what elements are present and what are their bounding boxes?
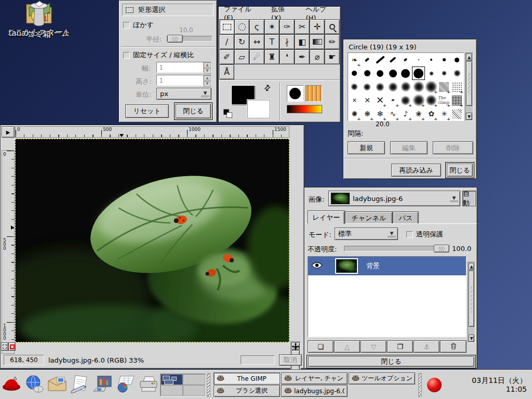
anchor-layer-button[interactable]: ⚓ (414, 340, 440, 353)
active-pattern-preview[interactable] (305, 85, 322, 102)
email-button[interactable] (46, 373, 69, 397)
mode-combo[interactable]: 標準 ▼ (335, 228, 398, 240)
brush-scrollbar[interactable]: ▲ ▼ (465, 52, 473, 121)
presentation-button[interactable] (91, 373, 114, 397)
brush-item[interactable] (438, 53, 451, 66)
brush-item[interactable] (400, 66, 413, 80)
lower-layer-button[interactable]: ▽ (361, 340, 387, 353)
default-colors-icon-bg[interactable] (227, 112, 232, 118)
brush-item[interactable]: The Gimp (438, 94, 451, 107)
brush-item[interactable] (400, 80, 413, 94)
scissors-tool[interactable]: ✂ (295, 19, 310, 34)
brush-item[interactable] (387, 80, 400, 94)
brush-item[interactable]: ♪ (400, 107, 413, 121)
taskbar-window--[interactable]: レイヤー, チャン (281, 373, 348, 384)
brush-item[interactable]: ✕ (361, 94, 374, 107)
bezier-select-tool[interactable]: ✑ (280, 19, 295, 34)
color-picker-tool[interactable]: ∤ (280, 34, 295, 49)
brush-item[interactable]: ✻ (374, 107, 387, 121)
tab-paths[interactable]: パス (393, 211, 419, 224)
swap-colors-icon[interactable]: ⇄ (261, 82, 273, 94)
taskbar-window--[interactable]: ツールオプション (349, 373, 415, 384)
panel-handle[interactable] (418, 373, 422, 397)
brush-item[interactable] (374, 80, 387, 94)
unit-combo[interactable]: px ▼ (156, 88, 211, 100)
alert-applet-icon[interactable] (427, 378, 442, 392)
workspace-3[interactable] (161, 385, 183, 396)
brush-item[interactable] (400, 53, 413, 66)
quickmask-on-button[interactable] (8, 342, 16, 351)
brush-item[interactable] (425, 94, 438, 107)
brush-item[interactable] (361, 53, 374, 66)
measure-tool[interactable]: Å (219, 64, 234, 79)
workspace-1[interactable] (161, 374, 183, 385)
fixed-size-checkbox-box[interactable] (123, 52, 130, 59)
brush-item[interactable] (374, 53, 387, 66)
radius-slider[interactable] (167, 36, 212, 42)
brush-item[interactable]: ❋ (361, 107, 374, 121)
tool-options-close-button[interactable]: 閉じる (176, 104, 211, 118)
reset-button[interactable]: リセット (125, 104, 169, 118)
brush-item[interactable]: ✳ (438, 107, 451, 121)
navigation-button[interactable] (290, 342, 301, 351)
transform-tool[interactable]: ↻ (234, 34, 249, 49)
smudge-tool[interactable]: ☛ (325, 49, 340, 64)
brush-item[interactable] (387, 66, 400, 80)
brush-close-button[interactable]: 閉じる (447, 164, 473, 177)
rect-select-tool[interactable] (219, 19, 234, 34)
scroll-down-icon[interactable]: ▼ (466, 113, 472, 120)
brush-item[interactable]: ✕ (374, 94, 387, 107)
brush-circle-19-[interactable] (412, 66, 425, 80)
brush-edit-button[interactable]: 編集 (390, 141, 428, 154)
opacity-slider-thumb[interactable] (434, 245, 449, 252)
tab-layers[interactable]: レイヤー (308, 210, 345, 224)
taskbar-window-ladybugs-jpg-6-0[interactable]: ladybugs.jpg-6.0 (281, 385, 348, 397)
active-gradient-preview[interactable] (287, 105, 322, 113)
image-canvas[interactable] (15, 139, 289, 342)
workspace-pager[interactable] (160, 374, 206, 396)
fuzzy-select-tool[interactable]: ✶ (264, 19, 280, 34)
auto-toggle-button[interactable]: 自動 (462, 191, 476, 206)
brush-item[interactable]: ✺ (348, 107, 361, 121)
brush-item[interactable] (450, 94, 463, 107)
brush-item[interactable] (425, 80, 438, 94)
height-field[interactable]: 1 ▲▼ (156, 75, 211, 86)
taskbar-window-the-gimp[interactable]: The GIMP (214, 373, 280, 384)
brush-item[interactable] (387, 53, 400, 66)
clone-tool[interactable]: ♜ (264, 49, 280, 64)
brush-refresh-button[interactable]: 再読み込み (391, 164, 441, 177)
vertical-ruler[interactable]: 05 0 01 0 0 0 (2, 150, 15, 354)
scroll-up-icon[interactable]: ▲ (466, 54, 472, 61)
quickmask-off-button[interactable] (1, 342, 8, 351)
eraser-tool[interactable]: ▱ (234, 49, 249, 64)
printer-button[interactable] (137, 373, 160, 397)
tab-channels[interactable]: チャンネル (345, 211, 393, 224)
brush-scrollbar-thumb[interactable] (466, 61, 472, 106)
brush-item[interactable] (374, 66, 387, 80)
desktop-icon-trash[interactable]: ゴミ箱 (0, 0, 78, 39)
crop-tool[interactable]: ∕ (219, 34, 234, 49)
radius-slider-thumb[interactable] (167, 35, 183, 43)
width-spin-buttons[interactable]: ▲▼ (203, 62, 211, 72)
brush-item[interactable] (450, 53, 463, 66)
brush-item[interactable] (400, 94, 413, 107)
brush-new-button[interactable]: 新規 (348, 141, 385, 154)
keep-trans-checkbox-box[interactable] (406, 231, 413, 238)
brush-item[interactable] (450, 107, 463, 121)
brush-item[interactable] (348, 80, 361, 94)
text-tool[interactable]: T (264, 34, 280, 49)
brush-item[interactable]: ✿ (425, 107, 438, 121)
keep-trans-checkbox[interactable]: 透明保護 (406, 230, 443, 239)
horizontal-ruler[interactable]: 050010001500 (15, 126, 289, 138)
visibility-eye-icon[interactable] (311, 262, 323, 270)
scroll-up-icon[interactable]: ▲ (469, 263, 474, 270)
brush-item[interactable] (412, 94, 425, 107)
ink-tool[interactable]: ✒ (295, 49, 310, 64)
brush-item[interactable]: ❧ (348, 53, 361, 66)
feather-checkbox-box[interactable] (123, 22, 130, 29)
zoom-tool[interactable] (325, 19, 340, 34)
opacity-slider[interactable] (344, 246, 450, 251)
layers-close-button[interactable]: 閉じる (308, 356, 474, 367)
layer-row[interactable]: 背景 (308, 257, 466, 275)
flip-tool[interactable]: ↔ (249, 34, 264, 49)
